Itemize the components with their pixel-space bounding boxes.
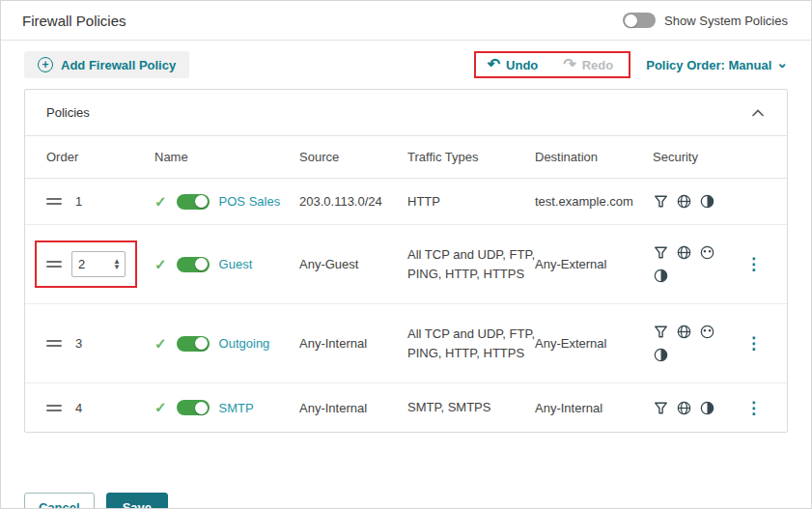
drag-handle-icon[interactable]	[46, 400, 62, 416]
policies-panel-header: Policies	[25, 90, 787, 136]
order-number: 4	[75, 401, 82, 415]
policy-enabled-toggle[interactable]	[177, 194, 210, 210]
toggle-knob	[625, 14, 637, 27]
show-system-policies-label: Show System Policies	[664, 14, 788, 28]
order-number: 3	[75, 336, 82, 351]
policy-name-link[interactable]: POS Sales	[219, 194, 281, 209]
filter-icon	[653, 400, 669, 416]
policy-name-link[interactable]: Outgoing	[219, 336, 270, 351]
destination-cell: test.example.com	[535, 194, 653, 209]
column-header-order: Order	[46, 150, 154, 164]
policies-panel: Policies Order Name Source Traffic Types…	[24, 89, 788, 433]
destination-cell: Any-Internal	[535, 401, 653, 415]
globe-icon	[676, 244, 692, 261]
row-menu-button[interactable]: ⋮	[742, 254, 766, 274]
destination-cell: Any-External	[535, 257, 653, 271]
undo-button[interactable]: ↶ Undo	[488, 57, 539, 72]
drag-handle-icon[interactable]	[46, 335, 62, 352]
policy-enabled-toggle[interactable]	[177, 336, 210, 352]
source-cell: Any-Internal	[299, 336, 407, 351]
traffic-types-cell: HTTP	[407, 183, 535, 221]
source-cell: Any-Internal	[299, 401, 407, 415]
destination-cell: Any-External	[535, 336, 653, 351]
policy-enabled-toggle[interactable]	[177, 400, 210, 415]
row-menu-button[interactable]: ⋮	[742, 333, 766, 353]
order-number: 1	[75, 194, 82, 209]
security-cell	[653, 244, 726, 284]
check-icon: ✓	[154, 335, 167, 353]
globe-icon	[676, 400, 692, 416]
drag-handle-icon[interactable]	[46, 256, 62, 272]
drag-handle-icon[interactable]	[46, 193, 62, 210]
column-header-security: Security	[653, 150, 742, 164]
traffic-types-cell: All TCP and UDP, FTP, PING, HTTP, HTTPS	[407, 236, 535, 293]
show-system-policies-control: Show System Policies	[623, 13, 788, 28]
cancel-button[interactable]: Cancel	[24, 493, 95, 509]
plus-icon: +	[38, 57, 53, 72]
table-row: 1 ✓ POS Sales 203.0.113.0/24 HTTP test.e…	[25, 179, 787, 225]
policy-name-link[interactable]: SMTP	[219, 401, 254, 415]
security-cell	[653, 400, 726, 416]
order-number-input[interactable]	[78, 257, 107, 271]
column-header-source: Source	[299, 150, 407, 164]
filter-icon	[653, 193, 669, 210]
proxy-icon	[653, 347, 669, 363]
toggle-knob	[195, 258, 208, 270]
filter-icon	[653, 324, 669, 340]
globe-icon	[676, 324, 692, 340]
app-control-icon	[699, 244, 715, 261]
traffic-types-cell: SMTP, SMTPS	[407, 388, 535, 427]
chevron-down-icon: ⌄	[776, 59, 788, 67]
table-row: ▲ ▼ ✓ Guest Any-Guest All TCP and UDP, F…	[25, 225, 787, 304]
check-icon: ✓	[154, 399, 167, 416]
check-icon: ✓	[154, 193, 167, 211]
redo-label: Redo	[582, 58, 614, 72]
table-column-headers: Order Name Source Traffic Types Destinat…	[25, 136, 787, 179]
show-system-policies-toggle[interactable]	[623, 13, 656, 28]
toggle-knob	[195, 337, 208, 350]
globe-icon	[676, 193, 692, 210]
stepper-down-icon[interactable]: ▼	[113, 265, 121, 270]
add-firewall-policy-button[interactable]: + Add Firewall Policy	[24, 51, 189, 78]
order-edit-highlight-box: ▲ ▼	[35, 240, 137, 288]
table-row: 4 ✓ SMTP Any-Internal SMTP, SMTPS Any-In…	[25, 383, 787, 432]
toolbar: + Add Firewall Policy ↶ Undo ↷ Redo Poli…	[1, 41, 811, 87]
check-icon: ✓	[154, 256, 167, 273]
column-header-destination: Destination	[535, 150, 653, 164]
toggle-knob	[195, 402, 208, 414]
row-menu-button[interactable]: ⋮	[742, 398, 766, 418]
app-header: Firewall Policies Show System Policies	[1, 1, 811, 41]
save-button[interactable]: Save	[106, 493, 168, 509]
table-row: 3 ✓ Outgoing Any-Internal All TCP and UD…	[25, 304, 787, 383]
undo-redo-highlight-box: ↶ Undo ↷ Redo	[474, 51, 631, 78]
policy-order-label: Policy Order: Manual	[646, 58, 771, 72]
proxy-icon	[699, 193, 715, 210]
source-cell: 203.0.113.0/24	[299, 194, 407, 209]
redo-icon: ↷	[563, 57, 575, 72]
footer-actions: Cancel Save	[1, 493, 811, 509]
chevron-up-icon	[752, 109, 764, 117]
column-header-name: Name	[154, 150, 299, 164]
undo-icon: ↶	[488, 57, 500, 72]
toggle-knob	[195, 195, 208, 208]
redo-button[interactable]: ↷ Redo	[563, 57, 613, 72]
undo-label: Undo	[506, 58, 538, 72]
security-cell	[653, 324, 726, 363]
toolbar-right: ↶ Undo ↷ Redo Policy Order: Manual ⌄	[474, 51, 788, 78]
policy-name-link[interactable]: Guest	[219, 257, 253, 271]
source-cell: Any-Guest	[299, 257, 407, 271]
add-firewall-policy-label: Add Firewall Policy	[61, 58, 176, 72]
security-cell	[653, 193, 726, 210]
traffic-types-cell: All TCP and UDP, FTP, PING, HTTP, HTTPS	[407, 315, 535, 372]
policies-panel-title: Policies	[46, 105, 90, 120]
policy-enabled-toggle[interactable]	[177, 257, 210, 272]
app-control-icon	[699, 324, 715, 340]
policy-order-dropdown[interactable]: Policy Order: Manual ⌄	[646, 58, 788, 72]
order-number-stepper: ▲ ▼	[71, 251, 126, 277]
collapse-panel-button[interactable]	[750, 103, 766, 122]
page-title: Firewall Policies	[22, 13, 126, 29]
proxy-icon	[699, 400, 715, 416]
filter-icon	[653, 244, 669, 261]
column-header-traffic-types: Traffic Types	[407, 150, 535, 164]
proxy-icon	[653, 268, 669, 284]
